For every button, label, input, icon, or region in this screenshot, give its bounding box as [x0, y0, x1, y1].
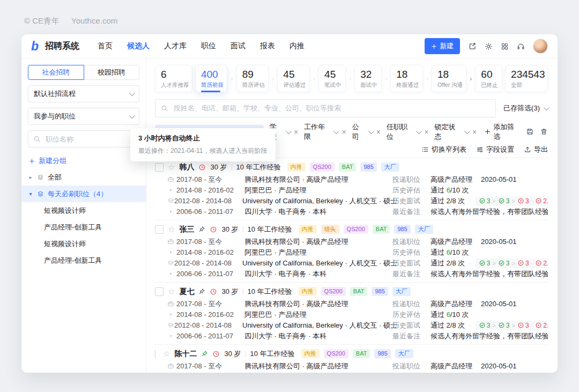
candidate-name[interactable]: 陈十二: [174, 349, 197, 359]
position-select[interactable]: 我参与的职位: [28, 108, 139, 125]
candidate-tag: 大厂: [392, 287, 411, 296]
nav-item[interactable]: 面试: [231, 41, 246, 51]
apps-grid-icon[interactable]: [501, 42, 509, 50]
sidebar-group[interactable]: ▸全部: [21, 169, 146, 186]
nav-item[interactable]: 内推: [290, 41, 305, 51]
close-icon[interactable]: ×: [294, 128, 298, 136]
position-search-input[interactable]: [44, 135, 134, 144]
stat-card[interactable]: 400简历初筛: [195, 65, 227, 92]
candidate-tag: 内推: [299, 287, 317, 296]
candidate-row[interactable]: ☆ 夏七 30 岁 10 年工作经验 内推QS200BAT985大厂 2017-…: [155, 282, 548, 344]
candidate-row[interactable]: ☆ 韩八 30 岁 10 年工作经验 内推QS200BAT985大厂 2017-…: [155, 158, 548, 220]
stat-label: 全部: [511, 82, 542, 89]
search-icon: [33, 135, 41, 143]
delete-filter-icon[interactable]: [540, 128, 548, 136]
candidate-timeline: 2017-08 - 至今腾讯科技有限公司 · 高级产品经理2014-08 - 2…: [155, 236, 392, 279]
switch-list-button[interactable]: 切换窄列表: [421, 145, 466, 154]
filter-chip[interactable]: 任职职位×: [387, 122, 429, 142]
add-filter-button[interactable]: 添加筛选: [485, 122, 520, 142]
candidate-name[interactable]: 夏七: [179, 287, 194, 297]
filter-chip[interactable]: 工作年限×: [304, 122, 346, 142]
close-icon[interactable]: ×: [424, 128, 428, 136]
detail-line: 历史评估通过 6/10 次: [392, 247, 548, 258]
row-checkbox[interactable]: [155, 163, 164, 172]
flow-select[interactable]: 默认社招流程: [28, 85, 139, 102]
candidate-tag: 985: [374, 349, 390, 358]
stat-card[interactable]: 234543全部: [505, 65, 548, 92]
close-icon[interactable]: ×: [376, 128, 381, 136]
detail-label: 历史面试: [392, 196, 423, 206]
stat-card[interactable]: 60已终止: [475, 65, 502, 92]
nav-item[interactable]: 人才库: [164, 41, 187, 51]
clock-icon: [210, 226, 217, 233]
dot-circle-icon: [517, 322, 524, 329]
candidate-search: [155, 99, 496, 117]
avatar[interactable]: [533, 39, 548, 54]
stat-card[interactable]: 45评估通过: [277, 65, 309, 92]
stat-card[interactable]: 6人才库推荐: [155, 65, 192, 92]
timeline-line: 2014-08 - 2016-02阿里巴巴 · 产品经理: [167, 309, 392, 320]
sidebar-item-position[interactable]: 短视频设计师: [28, 202, 139, 219]
tab-social-recruit[interactable]: 社会招聘: [28, 65, 84, 80]
saved-filters-dropdown[interactable]: 已存筛选(3): [503, 103, 548, 113]
candidate-timeline: 2017-08 - 至今腾讯科技有限公司 · 高级产品经理2014-08 - 2…: [155, 299, 392, 342]
new-group-label: 新建分组: [39, 156, 66, 166]
row-checkbox[interactable]: [155, 287, 164, 296]
layers-icon: [37, 174, 44, 181]
star-icon[interactable]: ☆: [168, 287, 175, 297]
nav-item[interactable]: 候选人: [127, 41, 150, 51]
star-icon[interactable]: ☆: [168, 162, 175, 172]
candidate-row[interactable]: ☆ 陈十二 30 岁 10 年工作经验 内推QS200BAT985大厂 2017…: [155, 344, 548, 373]
row-checkbox[interactable]: [155, 225, 164, 234]
score-pass: 3: [479, 197, 491, 205]
stat-card[interactable]: 32面试中: [354, 65, 382, 92]
candidate-details: 投递职位高级产品经理2020-05-01历史评估通过 6/10 次历史面试通过 …: [392, 236, 548, 279]
tooltip-subtitle: 最近操作：2021-04-11，候选人进入当前阶段: [138, 146, 268, 156]
candidate-name[interactable]: 韩八: [179, 162, 194, 172]
filter-chip[interactable]: 公司×: [352, 122, 381, 142]
gear-icon[interactable]: [485, 42, 493, 50]
nav-item[interactable]: 首页: [98, 41, 113, 51]
timeline-detail: University of California, Berkeley · 人机交…: [242, 196, 397, 206]
star-icon[interactable]: ☆: [168, 225, 175, 234]
close-icon[interactable]: ×: [472, 128, 477, 136]
candidate-search-input[interactable]: [173, 103, 490, 113]
share-icon[interactable]: [468, 42, 477, 50]
plus-icon: [29, 158, 35, 164]
applied-position: 高级产品经理: [430, 299, 472, 309]
save-filter-icon[interactable]: [526, 128, 534, 136]
score-value: 3: [525, 322, 529, 329]
headset-icon[interactable]: [517, 42, 525, 50]
nav-item[interactable]: 报表: [260, 41, 275, 51]
stat-card[interactable]: 45笔试中: [318, 65, 346, 92]
filter-chip[interactable]: 锁定状态×: [435, 122, 477, 142]
export-button[interactable]: 导出: [524, 145, 548, 154]
search-icon: [161, 105, 168, 112]
stat-label: 简历评估: [242, 82, 263, 89]
detail-line: 投递职位高级产品经理2020-05-01: [392, 174, 548, 185]
stat-card[interactable]: 89简历评估: [236, 65, 269, 92]
note-text: 候选人有海外留学经验，有带团队经验，较为推荐: [430, 269, 548, 279]
sidebar-group[interactable]: ▾每天必刷职位（4）: [21, 186, 146, 202]
briefcase-icon: [167, 300, 176, 307]
tab-campus-recruit[interactable]: 校园招聘: [84, 65, 140, 80]
sidebar-item-position[interactable]: 产品经理-创新工具: [28, 252, 139, 269]
stat-card[interactable]: 18Offer 沟通: [432, 65, 466, 92]
new-group-button[interactable]: 新建分组: [29, 156, 138, 166]
detail-line: 最近备注候选人有海外留学经验，有带团队经验，较为推荐: [392, 331, 548, 342]
dot-separator: ·: [469, 259, 471, 267]
close-icon[interactable]: ×: [342, 128, 346, 136]
sidebar-item-position[interactable]: 产品经理-创新工具: [28, 219, 139, 235]
star-icon[interactable]: ☆: [163, 349, 170, 359]
field-settings-button[interactable]: 字段设置: [476, 145, 514, 154]
nav-item[interactable]: 职位: [201, 41, 216, 51]
candidate-row[interactable]: ☆ 张三 30 岁 10 年工作经验 内推猎头QS200BAT985大厂 201…: [155, 220, 548, 282]
chevron-down-icon: [286, 128, 292, 134]
sidebar-item-position[interactable]: 短视频设计师: [28, 235, 139, 252]
candidate-name[interactable]: 张三: [179, 225, 194, 234]
stat-card[interactable]: 18终面通过: [390, 65, 422, 92]
score-separator: >: [511, 260, 515, 267]
layers-icon: [37, 190, 44, 197]
dot-circle-icon: [535, 260, 542, 267]
new-button[interactable]: 新建: [425, 38, 460, 54]
